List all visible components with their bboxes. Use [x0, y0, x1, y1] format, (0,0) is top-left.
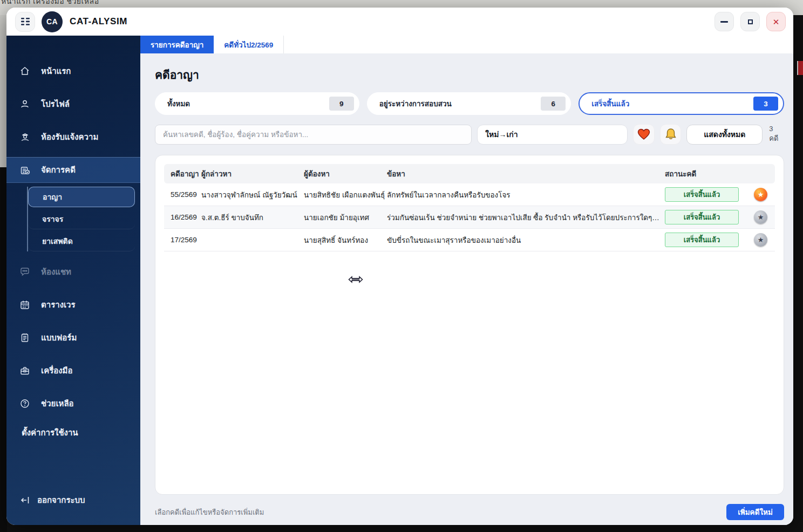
table-row[interactable]: 16/2569 จ.ส.ต.ธีร์ ขาบจันทึก นายเอกชัย ม…: [164, 206, 775, 229]
toolbox-icon: [19, 365, 30, 376]
favorite-star-button[interactable]: ★: [754, 210, 767, 224]
favorite-star-button[interactable]: ★: [754, 233, 767, 247]
submenu-item-narcotics[interactable]: ยาเสพติด: [28, 231, 135, 251]
sidebar-item-settings[interactable]: ตั้งค่าการใช้งาน: [6, 424, 140, 442]
page-title: คดีอาญา: [155, 66, 784, 84]
window-controls: ✕: [714, 12, 786, 31]
sidebar-item-duty-roster[interactable]: ตารางเวร: [6, 292, 140, 318]
cell-charge: ร่วมกันซ่อนเร้น ช่วยจำหน่าย ช่วยพาเอาไปเ…: [387, 212, 665, 223]
result-count: 3 คดี: [769, 125, 784, 144]
sort-order-select[interactable]: ใหม่→เก่า: [477, 125, 628, 145]
show-all-label: แสดงทั้งหมด: [704, 128, 745, 140]
maximize-icon: [748, 19, 753, 24]
favorites-filter-button[interactable]: [633, 124, 655, 145]
submenu-item-traffic[interactable]: จราจร: [28, 209, 135, 229]
favorite-star-button[interactable]: ★: [754, 188, 767, 201]
filter-row: ใหม่→เก่า แสดงทั้งหมด 3 คดี: [155, 124, 784, 145]
officer-icon: [19, 132, 30, 142]
minimize-button[interactable]: [714, 12, 734, 31]
app-window: CA CAT-ALYSIM ✕ หน้าแรก โปรไฟล์: [6, 8, 793, 525]
sidebar-item-forms[interactable]: แบบฟอร์ม: [6, 325, 140, 351]
sidebar-item-report-room[interactable]: ห้องรับแจ้งความ: [6, 124, 140, 150]
status-badge: เสร็จสิ้นแล้ว: [665, 187, 739, 202]
tab-criminal-case-list[interactable]: รายการคดีอาญา: [140, 36, 214, 53]
sidebar-item-help[interactable]: ช่วยเหลือ: [6, 391, 140, 417]
tab-strip: รายการคดีอาญา คดีทั่วไป2/2569: [140, 36, 793, 53]
cell-accused: นายสิทธิชัย เผือกแตงพันธุ์: [304, 189, 387, 201]
tab-label: รายการคดีอาญา: [151, 39, 203, 51]
sidebar-item-label: ช่วยเหลือ: [41, 397, 74, 410]
sort-order-value: ใหม่→เก่า: [485, 128, 518, 140]
sidebar-item-label: ห้องรับแจ้งความ: [41, 131, 98, 144]
app-logo: CA: [42, 11, 63, 32]
sidebar-item-label: เครื่องมือ: [41, 364, 72, 377]
desktop: หน้าแรก เครื่องมือ ช่วยเหลือ CA CAT-ALYS…: [0, 0, 803, 532]
sidebar-toggle-button[interactable]: [15, 12, 35, 32]
cell-case-number: 55/2569: [171, 190, 201, 199]
add-case-button[interactable]: เพิ่มคดีใหม่: [726, 504, 784, 520]
submenu-item-label: ยาเสพติด: [42, 235, 73, 247]
table-row[interactable]: 55/2569 นางสาวจุฬาลักษณ์ ณัฐวัยวัฒน์ นาย…: [164, 183, 775, 206]
menu-grid-icon: [21, 18, 30, 25]
table-row[interactable]: 17/2569 นายสุสิทธิ์ จันทร์ทอง ขับขี่รถใน…: [164, 229, 775, 251]
add-case-label: เพิ่มคดีใหม่: [738, 506, 773, 518]
title-bar: CA CAT-ALYSIM ✕: [6, 8, 793, 36]
header-accused: ผู้ต้องหา: [304, 168, 387, 180]
footer-row: เลือกคดีเพื่อแก้ไขหรือจัดการเพิ่มเติม เพ…: [155, 504, 784, 520]
submenu-item-label: จราจร: [42, 213, 63, 225]
sidebar-spacer: [6, 442, 140, 487]
bell-icon: [665, 128, 677, 141]
submenu-item-label: อาญา: [43, 191, 62, 203]
sidebar-item-case-management[interactable]: จัดการคดี: [6, 157, 140, 183]
stat-card-total[interactable]: ทั้งหมด 9: [155, 92, 359, 115]
cell-accused: นายเอกชัย ม้ายอุเทศ: [304, 212, 387, 223]
stat-count-badge: 6: [541, 97, 566, 111]
cell-status: เสร็จสิ้นแล้ว ★: [665, 187, 775, 202]
cell-accuser: นางสาวจุฬาลักษณ์ ณัฐวัยวัฒน์: [201, 189, 304, 201]
submenu-item-criminal[interactable]: อาญา: [28, 187, 135, 207]
sidebar-item-home[interactable]: หน้าแรก: [6, 58, 140, 84]
stat-count-badge: 3: [753, 97, 778, 111]
case-management-icon: [19, 165, 30, 175]
stat-label: อยู่ระหว่างการสอบสวน: [379, 98, 452, 110]
minimize-icon: [720, 21, 728, 23]
stat-label: เสร็จสิ้นแล้ว: [591, 98, 629, 110]
status-badge: เสร็จสิ้นแล้ว: [665, 210, 739, 224]
maximize-button[interactable]: [740, 12, 760, 31]
cell-case-number: 17/2569: [171, 236, 201, 244]
status-badge: เสร็จสิ้นแล้ว: [665, 233, 739, 247]
tab-general-case[interactable]: คดีทั่วไป2/2569: [214, 36, 284, 53]
case-type-submenu: อาญา จราจร ยาเสพติด: [27, 187, 140, 251]
main-content: คดีอาญา ทั้งหมด 9 อยู่ระหว่างการสอบสวน 6…: [140, 53, 793, 525]
home-icon: [19, 66, 30, 77]
chat-icon: [19, 267, 30, 277]
logout-button[interactable]: ออกจากระบบ: [6, 487, 140, 513]
sidebar-item-tools[interactable]: เครื่องมือ: [6, 358, 140, 384]
show-all-button[interactable]: แสดงทั้งหมด: [686, 125, 763, 145]
cell-case-number: 16/2569: [171, 213, 201, 221]
table-header-row: คดีอาญา ผู้กล่าวหา ผู้ต้องหา ข้อหา สถานะ…: [164, 164, 775, 183]
user-icon: [19, 99, 30, 110]
app-title: CAT-ALYSIM: [70, 16, 127, 27]
cell-charge: ขับขี่รถในขณะเมาสุราหรือของเมาอย่างอื่น: [387, 234, 665, 246]
close-button[interactable]: ✕: [766, 12, 786, 31]
heart-icon: [637, 128, 650, 140]
cell-accuser: จ.ส.ต.ธีร์ ขาบจันทึก: [201, 212, 304, 223]
sidebar-item-chat-room[interactable]: ห้องแชท: [6, 259, 140, 285]
sidebar-item-profile[interactable]: โปรไฟล์: [6, 91, 140, 117]
stat-card-completed[interactable]: เสร็จสิ้นแล้ว 3: [579, 92, 784, 115]
search-input[interactable]: [155, 125, 472, 145]
sidebar-item-label: จัดการคดี: [41, 163, 76, 176]
cell-status: เสร็จสิ้นแล้ว ★: [665, 210, 775, 224]
case-table-card: คดีอาญา ผู้กล่าวหา ผู้ต้องหา ข้อหา สถานะ…: [155, 155, 784, 495]
stat-card-under-investigation[interactable]: อยู่ระหว่างการสอบสวน 6: [367, 92, 571, 115]
calendar-icon: [19, 299, 30, 310]
form-icon: [19, 332, 30, 343]
header-charge: ข้อหา: [387, 168, 665, 180]
stat-count-badge: 9: [329, 97, 354, 111]
close-icon: ✕: [773, 18, 780, 26]
header-case-number: คดีอาญา: [171, 168, 201, 180]
sidebar-item-label: ห้องแชท: [41, 265, 71, 278]
header-case-status: สถานะคดี: [665, 168, 775, 180]
notifications-button[interactable]: [660, 124, 682, 145]
